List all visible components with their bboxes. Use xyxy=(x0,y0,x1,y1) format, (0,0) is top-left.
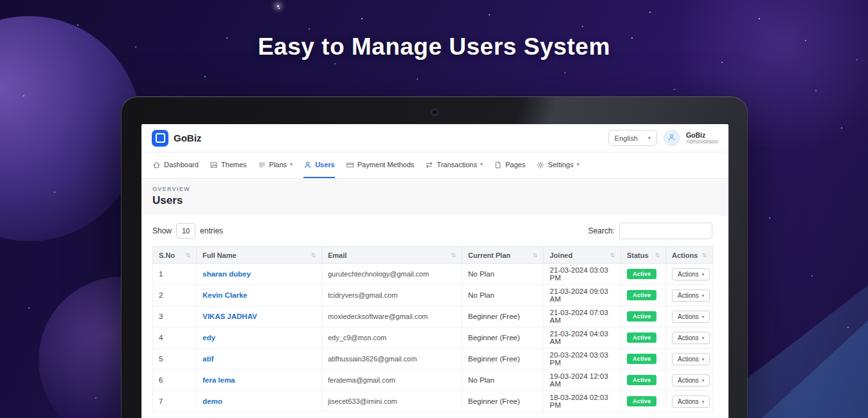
row-actions-button[interactable]: Actions ▾ xyxy=(672,311,710,323)
column-header-status[interactable]: Status ⇅ xyxy=(621,247,666,264)
table-row: 2 Kevin Clarke tcidryvers@gmail.com No P… xyxy=(153,285,713,306)
user-name-link[interactable]: VIKAS JADHAV xyxy=(203,313,257,320)
cell-joined: 18-03-2024 02:03 PM xyxy=(544,391,621,412)
language-select-value: English xyxy=(615,134,638,142)
row-actions-label: Actions xyxy=(678,377,699,384)
nav-item-pages[interactable]: Pages xyxy=(494,152,525,178)
cell-sno: 2 xyxy=(153,285,197,306)
user-name-link[interactable]: fera lema xyxy=(203,376,235,384)
page-overline: OVERVIEW xyxy=(152,186,718,192)
row-actions-button[interactable]: Actions ▾ xyxy=(672,268,710,280)
table-row: 3 VIKAS JADHAV moxiedecksoftware@gmail.c… xyxy=(153,306,713,327)
column-header-actions[interactable]: Actions ⇅ xyxy=(666,247,713,264)
settings-icon xyxy=(536,161,545,169)
nav-item-transactions[interactable]: Transactions ▾ xyxy=(425,152,483,178)
chevron-down-icon: ▾ xyxy=(702,399,705,404)
app-window: GoBiz English ▾ GoBiz Administrator xyxy=(141,124,728,418)
avatar[interactable] xyxy=(664,130,680,146)
table-row: 6 fera lema feratema@gmail.com No Plan 1… xyxy=(153,370,713,391)
table-row: 7 demo jisecet633@irnini.com Beginner (F… xyxy=(153,391,713,412)
chevron-down-icon: ▾ xyxy=(702,357,705,361)
chevron-down-icon: ▾ xyxy=(577,162,579,167)
sort-icon: ⇅ xyxy=(610,252,615,259)
cell-sno: 3 xyxy=(153,306,197,327)
nav-item-dashboard[interactable]: Dashboard xyxy=(152,152,199,178)
nav-label: Plans xyxy=(269,161,287,168)
nav-item-themes[interactable]: Themes xyxy=(210,152,247,178)
sort-icon: ⇅ xyxy=(451,252,456,259)
status-badge: Active xyxy=(627,290,656,300)
user-name-link[interactable]: sharan dubey xyxy=(203,270,251,278)
user-name-link[interactable]: edy xyxy=(203,334,215,341)
row-actions-label: Actions xyxy=(678,271,699,278)
nav-item-settings[interactable]: Settings ▾ xyxy=(536,152,579,178)
users-icon xyxy=(303,161,312,169)
cell-email: feratema@gmail.com xyxy=(322,370,462,391)
chevron-down-icon: ▾ xyxy=(648,136,651,141)
cell-email: edy_c9@msn.com xyxy=(322,327,462,349)
chevron-down-icon: ▾ xyxy=(290,162,293,167)
show-label: Show xyxy=(152,226,172,235)
table-row: 5 atif atifhussain3626@gmail.com Beginne… xyxy=(153,349,713,370)
column-header-full-name[interactable]: Full Name ⇅ xyxy=(197,247,322,264)
chevron-down-icon: ▾ xyxy=(702,378,705,383)
cell-current-plan: Beginner (Free) xyxy=(462,349,544,370)
plans-icon xyxy=(258,161,266,169)
status-badge: Active xyxy=(627,269,656,279)
user-name-link[interactable]: atif xyxy=(203,355,213,363)
brand-name: GoBiz xyxy=(174,132,201,143)
nav-label: Pages xyxy=(505,161,525,168)
chevron-down-icon: ▾ xyxy=(702,293,705,298)
search-label: Search: xyxy=(588,226,615,235)
column-header-s-no[interactable]: S.No ⇅ xyxy=(153,247,197,264)
cell-joined: 20-03-2024 03:03 PM xyxy=(544,349,621,370)
column-header-label: Actions xyxy=(672,251,698,259)
column-header-current-plan[interactable]: Current Plan ⇅ xyxy=(462,247,544,264)
column-header-label: Status xyxy=(627,251,649,259)
dashboard-icon xyxy=(152,161,161,169)
user-name-link[interactable]: Kevin Clarke xyxy=(203,291,248,299)
cell-joined: 21-03-2024 07:03 AM xyxy=(544,306,621,327)
cell-current-plan: Beginner (Free) xyxy=(462,391,544,412)
cell-current-plan: Beginner (Free) xyxy=(462,306,544,327)
cell-sno: 7 xyxy=(153,391,197,412)
sort-icon: ⇅ xyxy=(311,252,316,259)
sort-icon: ⇅ xyxy=(701,252,707,259)
cell-email: tcidryvers@gmail.com xyxy=(322,285,462,306)
nav-item-users[interactable]: Users xyxy=(303,152,335,178)
chevron-down-icon: ▾ xyxy=(702,272,705,277)
cell-joined: 21-03-2024 04:03 AM xyxy=(544,327,621,349)
column-header-email[interactable]: Email ⇅ xyxy=(322,247,462,264)
pages-icon xyxy=(494,161,502,169)
page-title: Users xyxy=(152,194,718,207)
status-badge: Active xyxy=(627,375,656,385)
nav-item-plans[interactable]: Plans ▾ xyxy=(258,152,293,178)
column-header-label: S.No xyxy=(159,251,175,259)
sort-icon: ⇅ xyxy=(532,252,538,259)
cell-email: gurutechtechnology@gmail.com xyxy=(322,264,462,285)
search-input[interactable] xyxy=(619,223,712,239)
chevron-down-icon: ▾ xyxy=(480,162,483,167)
row-actions-button[interactable]: Actions ▾ xyxy=(672,289,710,302)
nav-label: Settings xyxy=(548,161,574,168)
tablet-camera xyxy=(431,109,437,115)
user-name-link[interactable]: demo xyxy=(203,397,222,405)
cell-current-plan: No Plan xyxy=(462,370,544,391)
profile-info[interactable]: GoBiz Administrator xyxy=(686,131,718,145)
row-actions-button[interactable]: Actions ▾ xyxy=(672,374,710,386)
entries-select[interactable]: 10 xyxy=(176,223,195,239)
row-actions-button[interactable]: Actions ▾ xyxy=(672,353,710,365)
cell-email: moxiedecksoftware@gmail.com xyxy=(322,306,462,327)
avatar-person-icon xyxy=(667,132,676,144)
column-header-label: Full Name xyxy=(203,251,237,259)
language-select[interactable]: English ▾ xyxy=(608,130,657,146)
status-badge: Active xyxy=(627,311,656,322)
profile-role: Administrator xyxy=(686,139,718,145)
cell-joined: 19-03-2024 12:03 AM xyxy=(544,370,621,391)
entries-label: entries xyxy=(200,226,223,235)
nav-item-payment-methods[interactable]: Payment Methods xyxy=(346,152,415,178)
column-header-joined[interactable]: Joined ⇅ xyxy=(544,247,621,264)
sort-icon: ⇅ xyxy=(185,252,190,259)
row-actions-button[interactable]: Actions ▾ xyxy=(672,332,710,344)
row-actions-button[interactable]: Actions ▾ xyxy=(672,395,710,408)
